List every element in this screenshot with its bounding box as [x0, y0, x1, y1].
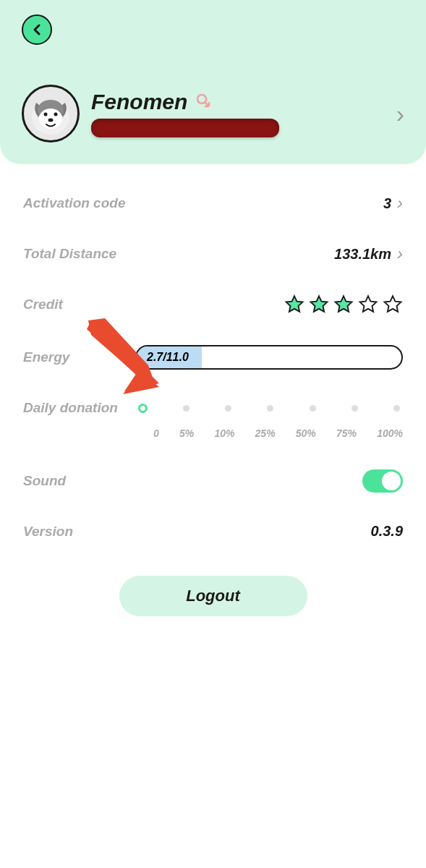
donation-label: Daily donation — [23, 400, 118, 416]
version-row: Version 0.3.9 — [23, 523, 403, 540]
slider-dot[interactable] — [310, 405, 316, 412]
version-value: 0.3.9 — [371, 523, 403, 540]
slider-dot[interactable] — [183, 405, 189, 412]
redacted-email — [91, 119, 279, 137]
slider-dot[interactable] — [352, 405, 358, 412]
svg-point-3 — [44, 113, 48, 116]
energy-bar: 2.7/11.0 — [135, 345, 403, 370]
chevron-right-icon: › — [397, 193, 403, 213]
donation-slider[interactable] — [135, 402, 403, 414]
avatar — [22, 85, 80, 142]
toggle-thumb — [382, 472, 401, 490]
credit-row: Credit — [23, 294, 403, 315]
sound-toggle[interactable] — [362, 469, 403, 493]
profile-name-text: Fenomen — [91, 90, 187, 114]
activation-value: 3› — [383, 193, 403, 213]
chevron-right-icon: › — [397, 244, 403, 264]
slider-dot[interactable] — [393, 405, 400, 412]
chevron-left-icon — [31, 24, 43, 35]
star-icon — [284, 294, 304, 315]
star-icon — [383, 294, 403, 315]
annotation-arrow-icon — [80, 315, 159, 401]
slider-track — [138, 407, 400, 409]
slider-dot[interactable] — [138, 404, 148, 413]
svg-point-4 — [54, 113, 58, 116]
donation-ticks: 05%10%25%50%75%100% — [23, 427, 403, 439]
star-icon — [358, 294, 378, 315]
activation-value-text: 3 — [383, 195, 391, 212]
tick-label: 0 — [153, 427, 159, 439]
svg-marker-11 — [88, 318, 156, 391]
credit-label: Credit — [23, 297, 63, 312]
daily-donation-row: Daily donation — [23, 400, 403, 416]
gender-female-icon — [195, 90, 212, 114]
energy-label: Energy — [23, 349, 69, 365]
tick-label: 50% — [296, 427, 316, 439]
distance-value: 133.1km› — [334, 244, 403, 264]
profile-info: Fenomen — [91, 90, 396, 137]
version-label: Version — [23, 524, 73, 540]
credit-stars — [284, 294, 403, 315]
profile-name: Fenomen — [91, 90, 396, 114]
distance-value-text: 133.1km — [334, 246, 391, 263]
back-button[interactable] — [22, 14, 52, 45]
profile-header: Fenomen › — [0, 0, 426, 164]
svg-point-5 — [48, 119, 54, 122]
settings-list: Activation code 3› Total Distance 133.1k… — [0, 164, 426, 631]
slider-dot[interactable] — [267, 405, 273, 412]
tick-label: 75% — [336, 427, 357, 439]
tick-label: 5% — [179, 427, 194, 439]
tick-label: 100% — [377, 427, 403, 439]
activation-label: Activation code — [23, 195, 125, 211]
logout-button[interactable]: Logout — [119, 576, 307, 616]
sound-row: Sound — [23, 469, 403, 493]
star-icon — [309, 294, 329, 315]
profile-row[interactable]: Fenomen › — [22, 85, 404, 142]
distance-label: Total Distance — [23, 246, 116, 262]
tick-label: 25% — [255, 427, 276, 439]
activation-code-row[interactable]: Activation code 3› — [23, 193, 403, 213]
chevron-right-icon: › — [396, 100, 404, 128]
dog-avatar-icon — [25, 88, 76, 139]
star-icon — [333, 294, 354, 315]
slider-dot[interactable] — [225, 405, 231, 412]
sound-label: Sound — [23, 473, 66, 489]
tick-label: 10% — [214, 427, 234, 439]
total-distance-row[interactable]: Total Distance 133.1km› — [23, 244, 403, 264]
